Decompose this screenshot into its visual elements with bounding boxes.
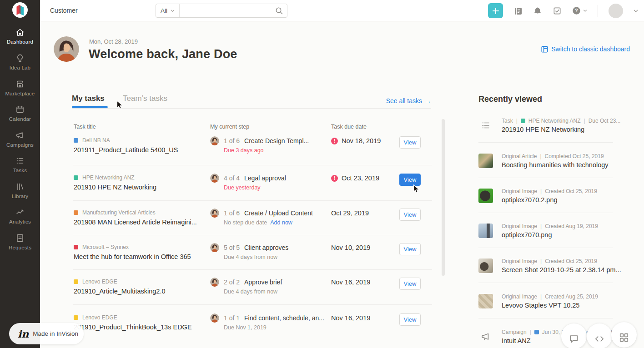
tab-my-tasks[interactable]: My tasks	[72, 94, 105, 103]
image-thumbnail	[478, 294, 493, 308]
percolate-logo[interactable]	[12, 2, 28, 18]
task-title[interactable]: Meet the hub for teamwork in Office 365	[74, 253, 191, 260]
tab-teams-tasks[interactable]: Team’s tasks	[123, 94, 167, 103]
item-type: Task	[502, 118, 513, 124]
task-title[interactable]: 201911_Product_Latitude 5400_US	[74, 146, 178, 154]
clipboard-check-icon[interactable]	[553, 6, 562, 15]
image-thumbnail	[478, 224, 493, 238]
task-row: Lenovo EDGE 201910_Product_ThinkBook_13s…	[73, 313, 432, 346]
item-title: optiplex7070.png	[502, 231, 552, 239]
sidebar-label: Library	[0, 194, 40, 199]
sidebar-item-marketplace[interactable]: Marketplace	[0, 79, 40, 96]
view-button[interactable]: View	[399, 136, 421, 149]
due-date: Nov 16, 2019	[331, 278, 370, 286]
mouse-cursor	[413, 184, 422, 195]
dashboard-layout-icon	[541, 46, 548, 53]
item-title: 201910 HPE NZ Networking	[502, 126, 584, 133]
item-detail: Due Oct 23...	[589, 118, 621, 124]
chat-fab[interactable]	[561, 323, 587, 348]
campaign-color-swatch	[74, 315, 78, 320]
megaphone-icon	[0, 130, 40, 140]
step-name: Create Design Templ...	[244, 137, 309, 144]
made-in-invision-badge[interactable]: in Made in InVision	[9, 323, 84, 344]
user-avatar[interactable]	[609, 4, 623, 18]
switch-dashboard-link[interactable]: Switch to classic dashboard	[541, 45, 630, 53]
mouse-cursor	[116, 100, 126, 111]
active-tab-underline	[72, 106, 108, 108]
search-icon	[275, 7, 283, 15]
campaign-color-swatch	[74, 245, 78, 249]
view-button[interactable]: View	[399, 278, 421, 290]
due-note: Due 4 days from now	[224, 254, 277, 260]
task-title[interactable]: 201908 MAN Licensed Article Reimagini...	[74, 219, 197, 226]
sidebar-item-calendar[interactable]: Calendar	[0, 104, 40, 122]
campaign-label: Dell NB NA	[82, 137, 110, 144]
sidebar-item-idea-lab[interactable]: Idea Lab	[0, 53, 40, 70]
item-divider	[478, 178, 613, 178]
sidebar-item-campaigns[interactable]: Campaigns	[0, 130, 40, 148]
view-button[interactable]: View	[399, 209, 421, 221]
assignee-avatar	[210, 243, 219, 252]
view-button[interactable]: View	[399, 174, 421, 186]
campaign-label: HPE Networking ANZ	[82, 174, 135, 181]
campaign-label: Lenovo EDGE	[82, 314, 117, 321]
profile-avatar[interactable]	[54, 36, 79, 62]
column-header-due-date: Task due date	[331, 124, 367, 130]
create-button[interactable]	[488, 3, 503, 18]
view-button[interactable]: View	[399, 313, 421, 326]
notebook-icon[interactable]	[513, 6, 523, 15]
item-detail: Created Aug 19, 2019	[545, 223, 598, 229]
item-meta: Original Image|Created Oct 25, 2019	[502, 258, 629, 264]
search-box: All	[156, 4, 287, 18]
see-all-tasks-link[interactable]: See all tasks →	[386, 97, 431, 104]
item-detail: Completed Oct 25, 2019	[545, 153, 604, 159]
item-type: Original Image	[502, 188, 537, 194]
task-title[interactable]: 201910_Article_Multitasking2.0	[74, 288, 166, 295]
sidebar-label: Analytics	[0, 219, 40, 224]
task-title[interactable]: 201910 HPE NZ Networking	[74, 184, 156, 191]
campaign-color-swatch	[534, 330, 539, 334]
calendar-icon	[0, 104, 40, 114]
item-divider	[478, 318, 613, 318]
item-title: Levovo Staples VPT 10.25	[502, 302, 579, 309]
document-icon	[0, 233, 40, 243]
item-type: Original Image	[502, 258, 537, 264]
sidebar-item-dashboard[interactable]: Dashboard	[0, 27, 40, 45]
code-fab[interactable]	[587, 323, 612, 348]
task-title[interactable]: 201910_Product_ThinkBook_13s EDGE	[74, 323, 192, 331]
help-menu[interactable]: ?	[572, 6, 587, 15]
due-date: Nov 10, 2019	[331, 244, 370, 251]
tasks-scrollbar[interactable]	[442, 119, 445, 276]
switch-dashboard-label: Switch to classic dashboard	[551, 45, 630, 53]
row-divider	[73, 304, 432, 305]
item-type: Original Image	[502, 293, 537, 300]
search-scope-dropdown[interactable]: All	[156, 4, 180, 17]
sidebar-item-requests[interactable]: Requests	[0, 233, 40, 250]
bell-icon[interactable]	[533, 6, 542, 15]
trend-chart-icon	[0, 207, 40, 217]
due-date: Oct 29, 2019	[331, 209, 369, 217]
topbar-actions: ?	[488, 0, 644, 21]
sidebar-label: Requests	[0, 245, 40, 250]
sidebar-item-tasks[interactable]: Tasks	[0, 156, 40, 173]
add-now-link[interactable]: Add now	[270, 219, 292, 226]
sidebar-label: Dashboard	[0, 39, 40, 45]
step-count: 2 of 2	[224, 278, 240, 286]
view-button[interactable]: View	[399, 243, 421, 255]
chevron-down-icon	[171, 10, 175, 12]
step-count: 1 of 1	[224, 314, 240, 322]
due-note: No step due dateAdd now	[224, 219, 292, 226]
grid-fab[interactable]	[611, 322, 637, 348]
item-divider	[478, 142, 613, 143]
step-name: Approve brief	[244, 278, 282, 286]
campaign-label: Microsoft – Synnex	[82, 244, 129, 250]
row-divider	[73, 200, 432, 201]
sidebar-item-library[interactable]: Library	[0, 182, 40, 199]
column-header-current-step: My current step	[210, 124, 249, 130]
due-note-text: No step due date	[224, 219, 267, 226]
megaphone-icon	[478, 329, 493, 344]
image-thumbnail	[478, 189, 493, 203]
sidebar-item-analytics[interactable]: Analytics	[0, 207, 40, 224]
search-input[interactable]	[180, 4, 275, 17]
due-date: Nov 18, 2019	[342, 137, 381, 144]
